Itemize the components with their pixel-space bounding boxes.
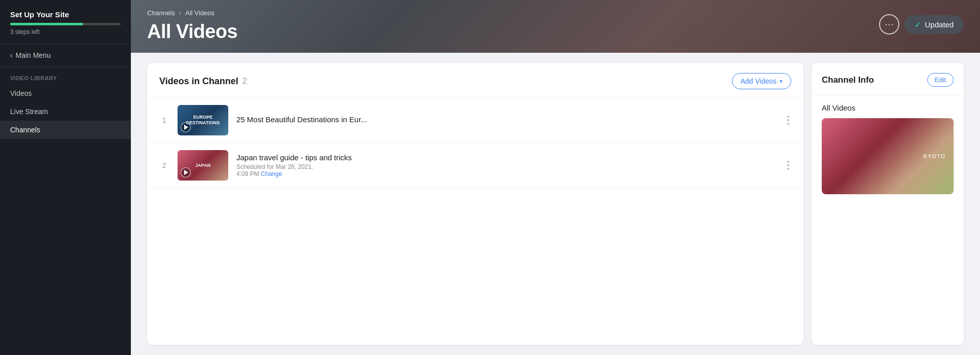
play-triangle-1 xyxy=(184,125,188,130)
videos-in-channel-card: Videos in Channel 2 Add Videos ▾ 1 EUROP… xyxy=(147,63,803,345)
content-body: Videos in Channel 2 Add Videos ▾ 1 EUROP… xyxy=(131,53,980,355)
progress-bar-fill xyxy=(10,23,83,25)
page-title: All Videos xyxy=(147,21,964,43)
video-title-2: Japan travel guide - tips and tricks xyxy=(236,153,777,162)
videos-count: 2 xyxy=(242,77,247,86)
play-icon-2 xyxy=(181,167,191,178)
video-thumbnail-2: JAPAN xyxy=(178,150,228,181)
sidebar: Set Up Your Site 3 steps left ‹ Main Men… xyxy=(0,0,131,355)
edit-button[interactable]: Edit xyxy=(927,73,954,87)
sidebar-section-label: Video Library xyxy=(0,67,131,84)
breadcrumb-channels[interactable]: Channels xyxy=(147,9,175,17)
video-menu-button-1[interactable] xyxy=(785,114,791,127)
videos-in-channel-label: Videos in Channel xyxy=(159,76,238,87)
channel-info-header: Channel Info Edit xyxy=(812,63,964,95)
channel-thumbnail: KYOTO xyxy=(822,118,954,194)
video-menu-button-2[interactable] xyxy=(785,159,791,172)
chevron-left-icon: ‹ xyxy=(10,51,13,59)
breadcrumb-separator: › xyxy=(179,9,181,17)
updated-label: Updated xyxy=(925,20,954,29)
header-actions: ··· ✓ Updated xyxy=(879,14,964,34)
channel-info-title: Channel Info xyxy=(822,75,874,85)
more-dots-icon: ··· xyxy=(885,19,894,30)
thumb-bg-europe: EUROPEDESTINATIONS xyxy=(178,105,228,135)
breadcrumb: Channels › All Videos xyxy=(147,9,964,17)
scheduled-label: Scheduled for Mar 26, 2021. xyxy=(236,163,313,170)
channel-info-card: Channel Info Edit All Videos KYOTO xyxy=(812,63,964,345)
channel-info-body: All Videos KYOTO xyxy=(812,95,964,202)
setup-title: Set Up Your Site xyxy=(10,10,121,19)
change-link[interactable]: Change xyxy=(261,170,282,178)
thumb-bg-japan: JAPAN xyxy=(178,150,228,181)
main-content: Channels › All Videos All Videos ··· ✓ U… xyxy=(131,0,980,355)
main-menu-label: Main Menu xyxy=(16,51,51,59)
add-videos-label: Add Videos xyxy=(741,77,777,85)
video-index-2: 2 xyxy=(159,161,169,169)
channel-thumb-brand: KYOTO xyxy=(923,153,946,159)
more-options-button[interactable]: ··· xyxy=(879,14,899,34)
video-index-1: 1 xyxy=(159,116,169,124)
table-row: 2 JAPAN Japan travel guide - tips and tr… xyxy=(147,143,803,188)
sidebar-channels-label: Channels xyxy=(10,126,40,134)
video-time: 4:09 PM xyxy=(236,170,259,178)
table-row: 1 EUROPEDESTINATIONS 25 Most Beautiful D… xyxy=(147,98,803,143)
video-info-1: 25 Most Beautiful Destinations in Eur... xyxy=(236,115,777,125)
main-menu-item[interactable]: ‹ Main Menu xyxy=(0,44,131,67)
chevron-down-icon: ▾ xyxy=(780,78,783,85)
sidebar-livestream-label: Live Stream xyxy=(10,108,48,116)
thumb-label-europe: EUROPEDESTINATIONS xyxy=(186,115,220,126)
sidebar-item-channels[interactable]: Channels xyxy=(0,121,131,139)
add-videos-button[interactable]: Add Videos ▾ xyxy=(732,73,791,89)
sidebar-setup: Set Up Your Site 3 steps left xyxy=(0,0,131,44)
channel-name: All Videos xyxy=(822,103,954,112)
sidebar-item-live-stream[interactable]: Live Stream xyxy=(0,102,131,121)
sidebar-videos-label: Videos xyxy=(10,89,32,97)
videos-card-header: Videos in Channel 2 Add Videos ▾ xyxy=(147,63,803,98)
video-title-1: 25 Most Beautiful Destinations in Eur... xyxy=(236,115,777,124)
progress-bar-track xyxy=(10,23,121,25)
video-meta-2: Scheduled for Mar 26, 2021. 4:09 PM Chan… xyxy=(236,163,777,178)
channel-thumb-bg: KYOTO xyxy=(822,118,954,194)
thumb-label-japan: JAPAN xyxy=(195,163,211,168)
page-header: Channels › All Videos All Videos xyxy=(131,0,980,53)
videos-card-title: Videos in Channel 2 xyxy=(159,76,247,87)
video-info-2: Japan travel guide - tips and tricks Sch… xyxy=(236,153,777,178)
play-triangle-2 xyxy=(184,170,188,175)
video-thumbnail-1: EUROPEDESTINATIONS xyxy=(178,105,228,135)
play-icon-1 xyxy=(181,122,191,132)
sidebar-item-videos[interactable]: Videos xyxy=(0,84,131,102)
steps-left-text: 3 steps left xyxy=(10,28,121,36)
check-icon: ✓ xyxy=(915,20,921,29)
updated-button[interactable]: ✓ Updated xyxy=(904,15,964,34)
breadcrumb-all-videos: All Videos xyxy=(185,9,215,17)
